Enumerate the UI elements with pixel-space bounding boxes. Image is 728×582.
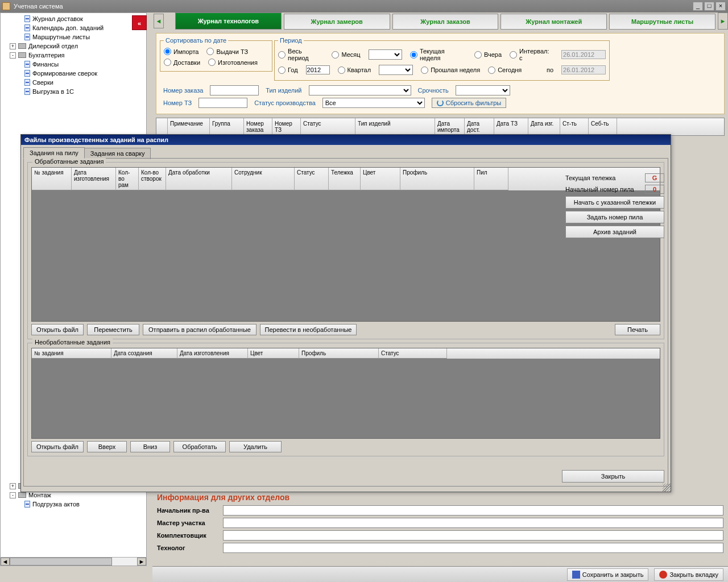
grid-col[interactable]: Статус — [301, 118, 355, 135]
main-tab[interactable]: Журнал замеров — [284, 14, 390, 30]
print-button[interactable]: Печать — [615, 324, 660, 335]
grid-col[interactable]: Дата изготовления — [72, 168, 116, 190]
resize-grip[interactable] — [663, 484, 671, 492]
modal-close-button[interactable]: Закрыть — [562, 470, 664, 483]
tree-item[interactable]: Подгрузка актов — [7, 500, 146, 509]
tab-next-button[interactable]: ► — [718, 13, 728, 30]
tab-weld-jobs[interactable]: Задания на сварку — [84, 148, 151, 159]
grid-col[interactable]: Ст-ть — [560, 118, 589, 135]
tree-item[interactable]: +Дилерский отдел — [7, 41, 146, 51]
tree-item[interactable]: -Бухгалтерия — [7, 51, 146, 60]
main-tab[interactable]: Маршрутные листы — [609, 14, 715, 30]
tab-prev-button[interactable]: ◄ — [154, 14, 164, 28]
grid-col[interactable]: № задания — [32, 168, 72, 190]
grid-col[interactable]: Дата ТЗ — [494, 118, 528, 135]
close-tab-button[interactable]: Закрыть вкладку — [654, 568, 723, 581]
date-to-input[interactable] — [561, 65, 606, 74]
grid-col[interactable]: Профиль — [299, 348, 379, 359]
archive-button[interactable]: Архив заданий — [565, 226, 664, 238]
radio-today[interactable]: Сегодня — [488, 66, 522, 74]
urgency-combo[interactable] — [456, 85, 510, 95]
grid-col[interactable]: Дата импорта — [435, 118, 465, 135]
collapse-sidebar-button[interactable]: « — [132, 15, 147, 30]
radio-quarter[interactable]: Квартал — [338, 66, 371, 74]
tab-saw-jobs[interactable]: Задания на пилу — [23, 147, 85, 159]
type-combo[interactable] — [309, 85, 411, 95]
grid-col[interactable]: Дата дост. — [465, 118, 494, 135]
radio-delivery[interactable]: Доставки — [164, 59, 200, 66]
info-input[interactable] — [223, 543, 723, 553]
grid-col[interactable]: Дата создания — [111, 348, 177, 359]
set-saw-no-button[interactable]: Задать номер пила — [565, 211, 664, 223]
year-input[interactable] — [306, 65, 330, 74]
grid-col[interactable]: Кол-во створок — [139, 168, 166, 190]
tree-item[interactable]: Формирование сверок — [7, 69, 146, 78]
sidebar-scrollbar[interactable]: ◄► — [0, 557, 147, 566]
grid-col[interactable]: Сотрудник — [232, 168, 295, 190]
tree-item[interactable]: Финансы — [7, 60, 146, 69]
main-tab[interactable]: Журнал заказов — [392, 14, 499, 30]
info-input[interactable] — [223, 518, 723, 528]
radio-import[interactable]: Импорта — [164, 48, 198, 55]
grid-col[interactable]: Цвет — [248, 348, 299, 359]
grid-col[interactable]: Дата обработки — [166, 168, 232, 190]
open-file-2-button[interactable]: Открыть файл — [31, 441, 84, 452]
open-file-1-button[interactable]: Открыть файл — [31, 324, 84, 335]
send-to-saw-button[interactable]: Отправить в распил обработанные — [143, 324, 257, 335]
grid-col[interactable]: Номер заказа — [244, 118, 272, 135]
grid-col[interactable]: Дата изг. — [528, 118, 560, 135]
grid-col[interactable]: Тип изделий — [355, 118, 435, 135]
grid-col[interactable]: Статус — [379, 348, 447, 359]
start-cart-button[interactable]: Начать с указанной тележки — [565, 196, 664, 209]
radio-year[interactable]: Год — [278, 66, 298, 74]
tree-item[interactable]: Сверки — [7, 78, 146, 87]
up-button[interactable]: Вверх — [87, 441, 127, 452]
radio-cur-week[interactable]: Текущая неделя — [410, 48, 466, 61]
unprocessed-grid[interactable]: № заданияДата созданияДата изготовленияЦ… — [31, 348, 660, 439]
delete-button[interactable]: Удалить — [229, 441, 282, 452]
grid-col[interactable]: Пил — [474, 168, 508, 190]
radio-yday[interactable]: Вчера — [474, 51, 502, 59]
grid-col[interactable]: Кол-во рам — [116, 168, 139, 190]
radio-manufacture[interactable]: Изготовления — [208, 59, 258, 66]
radio-prev-week[interactable]: Прошлая неделя — [421, 66, 480, 74]
grid-col[interactable]: Себ-ть — [589, 118, 617, 135]
grid-col[interactable] — [156, 118, 168, 135]
info-input[interactable] — [223, 505, 723, 516]
grid-col[interactable]: Цвет — [361, 168, 400, 190]
tz-no-input[interactable] — [198, 98, 247, 108]
maximize-button[interactable]: □ — [704, 2, 714, 11]
info-input[interactable] — [223, 530, 723, 541]
move-button[interactable]: Переместить — [87, 324, 139, 335]
save-close-button[interactable]: Сохранить и закрыть — [567, 568, 649, 581]
radio-month[interactable]: Месяц — [332, 51, 360, 59]
tree-item[interactable]: Маршрутные листы — [7, 32, 146, 41]
radio-interval[interactable]: Интервал: с — [510, 48, 553, 61]
grid-col[interactable]: Тележка — [329, 168, 361, 190]
radio-tz[interactable]: Выдачи ТЗ — [206, 48, 248, 55]
date-from-input[interactable] — [561, 50, 606, 59]
tree-item[interactable]: Журнал доставок — [7, 14, 146, 23]
main-tab[interactable]: Журнал монтажей — [500, 14, 607, 30]
main-tab[interactable]: Журнал технологов — [175, 13, 282, 30]
status-combo[interactable]: Все — [322, 98, 425, 108]
tree-item[interactable]: Выгрузка в 1С — [7, 87, 146, 96]
process-button[interactable]: Обработать — [173, 441, 226, 452]
grid-col[interactable]: Группа — [210, 118, 244, 135]
minimize-button[interactable]: _ — [693, 2, 703, 11]
quarter-combo[interactable] — [379, 65, 413, 75]
close-button[interactable]: × — [715, 2, 726, 11]
grid-col[interactable]: Профиль — [400, 168, 474, 190]
grid-col[interactable]: Статус — [295, 168, 329, 190]
to-unprocessed-button[interactable]: Перевести в необработанные — [260, 324, 357, 335]
down-button[interactable]: Вниз — [130, 441, 170, 452]
grid-col[interactable]: Номер ТЗ — [272, 118, 301, 135]
tree-item[interactable]: Календарь доп. заданий — [7, 23, 146, 32]
grid-col[interactable]: № задания — [32, 348, 111, 359]
reset-filters-button[interactable]: Сбросить фильтры — [432, 98, 507, 108]
radio-all-period[interactable]: Весь период — [278, 48, 324, 61]
order-no-input[interactable] — [210, 85, 259, 95]
month-combo[interactable] — [369, 49, 402, 60]
grid-col[interactable]: Дата изготовления — [177, 348, 248, 359]
grid-col[interactable]: Примечание — [168, 118, 210, 135]
